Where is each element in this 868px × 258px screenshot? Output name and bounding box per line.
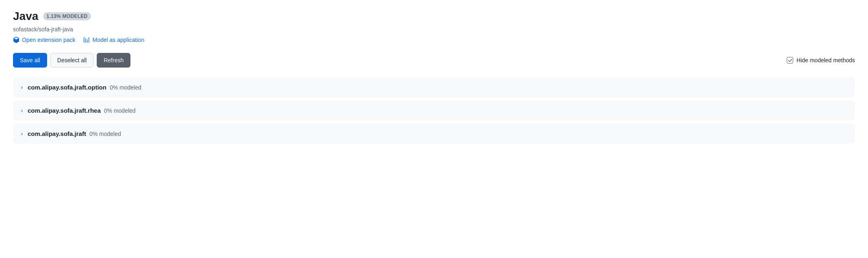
header-row: Java 1.13% MODELED	[13, 10, 855, 23]
model-as-application-label: Model as application	[93, 37, 145, 43]
links-row: Open extension pack Model as application	[13, 37, 855, 43]
refresh-button[interactable]: Refresh	[97, 53, 130, 68]
page-title: Java	[13, 10, 38, 23]
chevron-right-icon: ›	[21, 85, 23, 90]
graph-icon	[84, 37, 90, 43]
package-modeled-pct: 0% modeled	[89, 131, 121, 137]
toolbar-right: Hide modeled methods	[787, 57, 855, 63]
toolbar-left: Save all Deselect all Refresh	[13, 53, 130, 68]
packages-list: › com.alipay.sofa.jraft.option0% modeled…	[13, 77, 855, 144]
toolbar-row: Save all Deselect all Refresh Hide model…	[13, 53, 855, 68]
package-row[interactable]: › com.alipay.sofa.jraft.option0% modeled	[13, 77, 855, 97]
package-name: com.alipay.sofa.jraft0% modeled	[28, 130, 121, 137]
hide-modeled-checkbox[interactable]	[787, 57, 793, 63]
hide-modeled-label[interactable]: Hide modeled methods	[787, 57, 855, 63]
hide-modeled-text: Hide modeled methods	[796, 57, 855, 63]
model-as-application-link[interactable]: Model as application	[84, 37, 145, 43]
modeled-badge: 1.13% MODELED	[43, 12, 91, 20]
package-name: com.alipay.sofa.jraft.option0% modeled	[28, 84, 141, 91]
package-row[interactable]: › com.alipay.sofa.jraft.rhea0% modeled	[13, 101, 855, 120]
save-all-button[interactable]: Save all	[13, 53, 47, 68]
deselect-all-button[interactable]: Deselect all	[50, 53, 93, 68]
package-modeled-pct: 0% modeled	[104, 107, 136, 114]
chevron-right-icon: ›	[21, 108, 23, 114]
package-icon	[13, 37, 20, 43]
package-row[interactable]: › com.alipay.sofa.jraft0% modeled	[13, 124, 855, 144]
package-modeled-pct: 0% modeled	[110, 84, 141, 91]
repo-path: sofastack/sofa-jraft-java	[13, 26, 855, 33]
chevron-right-icon: ›	[21, 131, 23, 137]
package-name: com.alipay.sofa.jraft.rhea0% modeled	[28, 107, 136, 114]
open-extension-pack-link[interactable]: Open extension pack	[13, 37, 76, 43]
open-extension-pack-label: Open extension pack	[22, 37, 76, 43]
